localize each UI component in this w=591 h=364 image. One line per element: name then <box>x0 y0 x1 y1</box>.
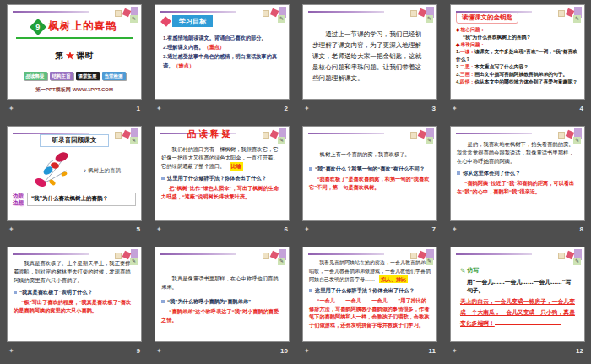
slide-thumbnail-2[interactable]: ✎ 学习目标 1.有感情地朗读课文。背诵自己喜欢的部分。 2.理解课文内容。（重… <box>155 4 290 100</box>
objective-item: 3.通过感受故事中角色的感情，明白童话故事的真谛。（难点） <box>163 52 284 70</box>
slide-thumbnail-12[interactable]: ✎ ✎ 仿写 用“一会儿……一会儿……一会儿……”写句子。 天上的白云，一会儿变… <box>450 247 585 342</box>
nav-button-pindushiyi[interactable]: 品读释疑 <box>24 72 47 80</box>
objective-text: 2.理解课文内容。 <box>163 44 203 50</box>
sorter-cell: ✎ 我真是喜欢极了。上个星期天早上，我正要撑着渡船，到对岸的树林里去打柴的时候，… <box>0 242 148 364</box>
nav-button-ketangtuozhan[interactable]: 课堂拓展 <box>76 72 100 80</box>
pencil-icon: ✎ <box>426 258 433 265</box>
session-heading: 第 课时 <box>8 50 141 62</box>
header-rule <box>160 11 236 13</box>
chain-question: 1.一读：读课文，文中多处出现“喜欢”一词，“我”都喜欢什么？ <box>456 48 580 63</box>
slide-thumbnail-3[interactable]: ✎ 通过上一节课的学习，我们已经初步理解了课文内容，为了更深入地理解课文，老师送… <box>302 4 437 100</box>
slide-number: 12 <box>576 347 583 355</box>
animation-star-icon: ✦ <box>304 105 310 112</box>
text-excerpt: 我真是像童话书里那样，在心中称呼他们喜鹊弟弟。 <box>161 274 283 291</box>
answer-text: “我喜欢极了”是喜欢喜鹊窝，和第一句的“我喜欢它”不同，第一句是喜欢枫树。 <box>309 175 431 192</box>
section-header: 学习目标 <box>172 15 213 27</box>
header-rule <box>308 133 384 134</box>
corner-decoration: ✎ <box>111 128 138 144</box>
source-watermark: 第一PPT模板网-WWW.1PPT.COM <box>8 86 141 94</box>
question-text: “我”喜欢什么？和第一句的“喜欢”有什么不同？ <box>315 166 425 171</box>
picture-square-icon <box>263 253 269 259</box>
question-row: “我”喜欢什么？和第一句的“喜欢”有什么不同？ <box>309 165 431 172</box>
corner-decoration: ✎ <box>111 249 138 265</box>
slide-thumbnail-10[interactable]: ✎ 我真是像童话书里那样，在心中称呼他们喜鹊弟弟。 “我”为什么称呼小喜鹊为“喜… <box>155 247 290 342</box>
pencil-icon: ✎ <box>573 137 581 144</box>
label-text: 核心问题： <box>460 27 485 32</box>
question-key: 一读： <box>460 49 474 54</box>
picture-square-icon <box>410 253 417 259</box>
pencil-icon: ✎ <box>573 15 581 23</box>
header-rule <box>160 253 236 255</box>
answer-text: “喜鹊阿姨”拉近了“我”和喜鹊的距离，可以看出在“我”的心中，喜鹊和“我”很亲近… <box>457 179 578 196</box>
slide-thumbnail-4[interactable]: ✎ 读懂课文的金钥匙 ◆核心问题： “我”为什么喜欢枫树上的喜鹊？ ◆串珠问题：… <box>450 4 585 100</box>
header-rule <box>13 253 89 255</box>
sorter-cell: ✎ 我看见喜鹊阿姨站在她的窝边，一会儿教喜鹊弟弟唱歌，一会儿教喜鹊弟弟做游戏，一… <box>296 242 443 364</box>
question-text: “我”为什么称呼小喜鹊为“喜鹊弟弟” <box>167 298 251 304</box>
label-text: 串珠问题： <box>460 42 485 47</box>
question-key: 三画： <box>460 72 474 77</box>
nav-button-dangtangjiance[interactable]: 当堂检测 <box>102 72 126 80</box>
question-text: “我真是喜欢极了”表明了什么？ <box>19 289 93 295</box>
slide-thumbnail-9[interactable]: ✎ 我真是喜欢极了。上个星期天早上，我正要撑着渡船，到对岸的树林里去打柴的时候，… <box>7 247 142 342</box>
header-rule <box>308 253 384 255</box>
diamond-bullet-icon: ◆ <box>456 27 459 32</box>
animation-star-icon: ✦ <box>156 105 162 112</box>
excerpt-text: 我们村的渡口旁有一棵枫树，我很喜欢它，它好像一把很大又很高的绿色太阳伞，一直打开… <box>161 146 279 169</box>
picture-square-icon <box>115 132 122 139</box>
nav-button-row: 品读释疑 结构主旨 课堂拓展 当堂检测 <box>8 72 141 80</box>
picture-square-icon <box>115 253 122 259</box>
sorter-cell: ✎ 9 枫树上的喜鹊 第 课时 品读释疑 结构主旨 课堂拓展 当堂检测 第一PP… <box>0 0 148 122</box>
text-excerpt: 枫树上有一个喜鹊的窝，我喜欢极了。 <box>309 150 431 159</box>
ribbon-icon <box>160 16 171 27</box>
music-note-icon: ♪ <box>84 167 86 173</box>
animation-star-icon: ✦ <box>156 225 162 233</box>
animation-star-icon: ✦ <box>8 105 14 112</box>
audio-link[interactable]: ♪ 枫树上的喜鹊 <box>84 167 121 175</box>
square-bullet-icon <box>161 300 165 303</box>
nav-button-jiegouzhuzhi[interactable]: 结构主旨 <box>50 72 73 80</box>
slide-thumbnail-1[interactable]: ✎ 9 枫树上的喜鹊 第 课时 品读释疑 结构主旨 课堂拓展 当堂检测 第一PP… <box>7 4 142 100</box>
animation-star-icon: ✦ <box>8 225 14 233</box>
think-line2: 边想 <box>13 199 24 205</box>
slide-number: 8 <box>580 225 583 233</box>
corner-decoration: ✎ <box>407 7 434 23</box>
question-key: 二思： <box>460 64 474 69</box>
sorter-cell: ✎ 是的，我喜欢站在枫树下，抬头看喜鹊的窝。我常常觉得喜鹊会跟我说话，我像童话书… <box>443 122 591 243</box>
slide-number: 6 <box>285 225 288 233</box>
animation-star-icon: ✦ <box>452 347 458 355</box>
slide-thumbnail-7[interactable]: ✎ 枫树上有一个喜鹊的窝，我喜欢极了。 “我”喜欢什么？和第一句的“喜欢”有什么… <box>302 126 437 221</box>
section-header: 听录音回顾课文 <box>40 134 110 147</box>
slide-thumbnail-11[interactable]: ✎ 我看见喜鹊阿姨站在她的窝边，一会儿教喜鹊弟弟唱歌，一会儿教喜鹊弟弟做游戏，一… <box>302 247 437 342</box>
slide-number: 5 <box>137 225 140 233</box>
picture-square-icon <box>263 10 269 17</box>
pencil-icon: ✎ <box>278 137 285 144</box>
slide-thumbnail-5[interactable]: ✎ 听录音回顾课文 ♪ <box>7 126 142 221</box>
animation-star-icon: ✦ <box>452 225 458 233</box>
chain-question: 4.四悟：你从本文中的哪些地方体会到了喜爱与童趣呢？ <box>456 79 580 86</box>
thumbnail-strip: ✦ 11 <box>302 342 437 359</box>
picture-square-icon <box>410 132 417 139</box>
think-line1: 边听 <box>13 193 24 198</box>
animation-star-icon: ✦ <box>304 347 310 355</box>
sorter-cell: ✎ 我真是像童话书里那样，在心中称呼他们喜鹊弟弟。 “我”为什么称呼小喜鹊为“喜… <box>148 242 296 364</box>
slide-sorter-grid: ✎ 9 枫树上的喜鹊 第 课时 品读释疑 结构主旨 课堂拓展 当堂检测 第一PP… <box>0 0 591 364</box>
intro-paragraph: 通过上一节课的学习，我们已经初步理解了课文内容，为了更深入地理解课文，老师送给大… <box>312 29 427 84</box>
header-rule <box>456 253 532 255</box>
answer-text: “喜鹊弟弟”这个称呼表达了“我”对小喜鹊的喜爱之情。 <box>161 307 283 324</box>
corner-decoration: ✎ <box>555 128 582 144</box>
sample-answer: 天上的白云，一会儿变成一栋房子，一会儿变成一个大南瓜，一会儿又变成一只小狗，真是… <box>460 296 576 329</box>
think-label: 边听 边想 <box>13 193 24 205</box>
question-row: “我”为什么称呼小喜鹊为“喜鹊弟弟” <box>161 297 283 305</box>
slide-thumbnail-6[interactable]: ✎ 品读释疑 我们村的渡口旁有一棵枫树，我很喜欢它，它好像一把很大又很高的绿色太… <box>155 126 290 221</box>
thumbnail-strip: ✦ 9 <box>7 342 142 359</box>
sorter-cell: ✎ 枫树上有一个喜鹊的窝，我喜欢极了。 “我”喜欢什么？和第一句的“喜欢”有什么… <box>296 122 443 243</box>
animation-star-icon: ✦ <box>8 347 14 355</box>
thumbnail-strip: ✦ 1 <box>7 100 142 117</box>
thumbnail-strip: ✦ 2 <box>155 100 290 117</box>
sorter-cell: ✎ 学习目标 1.有感情地朗读课文。背诵自己喜欢的部分。 2.理解课文内容。（重… <box>148 0 296 122</box>
thumbnail-strip: ✦ 3 <box>302 100 437 117</box>
slide-thumbnail-8[interactable]: ✎ 是的，我喜欢站在枫树下，抬头看喜鹊的窝。我常常觉得喜鹊会跟我说话，我像童话书… <box>450 126 585 221</box>
thumbnail-strip: ✦ 8 <box>450 221 585 238</box>
text-excerpt: 我们村的渡口旁有一棵枫树，我很喜欢它，它好像一把很大又很高的绿色太阳伞，一直打开… <box>161 145 283 171</box>
question-row: 这里用了什么修辞手法？你体会出了什么？ <box>309 286 431 294</box>
